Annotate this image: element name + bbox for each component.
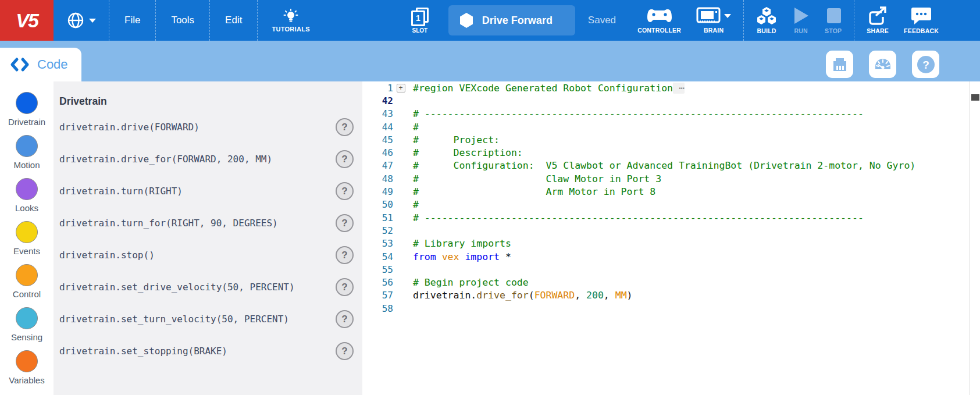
category-label: Control	[13, 289, 41, 299]
toolbar-button-label: SHARE	[867, 27, 889, 34]
code-line[interactable]: 44#	[362, 120, 980, 133]
line-number: 45	[362, 134, 393, 145]
command-help-button[interactable]: ?	[336, 150, 354, 168]
command-help-button[interactable]: ?	[336, 214, 354, 232]
tutorials-button[interactable]: TUTORIALS	[258, 0, 323, 41]
brain-button[interactable]: BRAIN	[689, 0, 739, 41]
project-name-button[interactable]: Drive Forward	[448, 5, 575, 35]
sidebar-item-motion[interactable]: Motion	[13, 135, 40, 170]
command-help-button[interactable]: ?	[336, 182, 354, 200]
command-snippet[interactable]: drivetrain.turn(RIGHT)	[59, 186, 336, 197]
command-help-button[interactable]: ?	[336, 246, 354, 264]
run-button: RUN	[785, 0, 817, 41]
svg-text:?: ?	[922, 58, 929, 70]
controller-button[interactable]: CONTROLLER	[630, 0, 689, 41]
command-snippet[interactable]: drivetrain.set_drive_velocity(50, PERCEN…	[59, 282, 336, 293]
share-button[interactable]: SHARE	[859, 0, 896, 41]
category-label: Sensing	[11, 332, 42, 342]
device-port-button[interactable]	[826, 51, 853, 78]
toolbar-button-label: RUN	[794, 27, 807, 34]
sidebar-item-variables[interactable]: Variables	[9, 350, 44, 385]
line-number: 57	[362, 290, 393, 301]
slot-icon: 1	[411, 8, 429, 26]
build-icon	[756, 6, 777, 25]
line-number: 58	[362, 303, 393, 314]
feedback-button[interactable]: FEEDBACK	[896, 0, 946, 41]
code-editor[interactable]: 1+#region VEXcode Generated Robot Config…	[362, 81, 980, 395]
menu-edit[interactable]: Edit	[210, 0, 257, 41]
category-color-dot	[16, 307, 38, 329]
category-label: Events	[13, 246, 40, 256]
slot-button[interactable]: 1 SLOT	[411, 8, 429, 34]
line-number: 44	[362, 122, 393, 133]
category-sidebar: DrivetrainMotionLooksEventsControlSensin…	[0, 81, 54, 395]
command-row: drivetrain.set_stopping(BRAKE)?	[54, 335, 362, 367]
command-snippet[interactable]: drivetrain.drive(FORWARD)	[59, 122, 336, 133]
sidebar-item-drivetrain[interactable]: Drivetrain	[8, 92, 45, 127]
command-snippet[interactable]: drivetrain.drive_for(FORWARD, 200, MM)	[59, 154, 336, 165]
help-button[interactable]: ?	[912, 51, 939, 78]
dashboard-gauge-button[interactable]	[869, 51, 896, 78]
code-text: from vex import *	[408, 251, 511, 262]
controller-icon	[647, 7, 672, 24]
sidebar-item-events[interactable]: Events	[13, 221, 40, 256]
code-line[interactable]: 56# Begin project code	[362, 276, 980, 289]
vexcode-v5-logo: V5	[0, 0, 54, 41]
code-line[interactable]: 1+#region VEXcode Generated Robot Config…	[362, 81, 980, 94]
sidebar-item-sensing[interactable]: Sensing	[11, 307, 42, 342]
code-line[interactable]: 48# Claw Motor in Port 3	[362, 172, 980, 185]
category-color-dot	[16, 221, 38, 243]
line-number: 47	[362, 160, 393, 171]
command-snippet[interactable]: drivetrain.stop()	[59, 250, 336, 261]
code-line[interactable]: 54from vex import *	[362, 250, 980, 263]
command-snippet[interactable]: drivetrain.set_turn_velocity(50, PERCENT…	[59, 314, 336, 325]
code-line[interactable]: 46# Description:	[362, 146, 980, 159]
code-line[interactable]: 50#	[362, 198, 980, 211]
chevron-down-icon	[724, 14, 731, 18]
stop-icon	[825, 6, 842, 25]
code-text: #	[408, 199, 419, 210]
command-help-button[interactable]: ?	[336, 278, 354, 296]
code-text: #	[408, 122, 419, 133]
code-text: # Description:	[408, 147, 523, 158]
code-line[interactable]: 53# Library imports	[362, 237, 980, 250]
command-help-button[interactable]: ?	[336, 310, 354, 328]
editor-tool-buttons: ?	[826, 51, 939, 78]
fold-gutter: +	[393, 84, 408, 92]
command-help-button[interactable]: ?	[336, 342, 354, 360]
line-number: 54	[362, 251, 393, 262]
menu-file[interactable]: File	[109, 0, 155, 41]
code-tab-bar: Code ?	[0, 41, 980, 81]
category-label: Looks	[15, 203, 38, 213]
tutorials-label: TUTORIALS	[272, 26, 309, 33]
toolbar-separator	[854, 0, 854, 41]
command-snippet[interactable]: drivetrain.turn_for(RIGHT, 90, DEGREES)	[59, 218, 336, 229]
command-row: drivetrain.turn(RIGHT)?	[54, 175, 362, 207]
code-line[interactable]: 51# ------------------------------------…	[362, 211, 980, 224]
menu-tools[interactable]: Tools	[156, 0, 209, 41]
language-globe-button[interactable]	[54, 11, 109, 30]
line-number: 42	[362, 95, 393, 106]
command-help-button[interactable]: ?	[336, 118, 354, 136]
scrollbar-thumb[interactable]	[971, 94, 979, 101]
code-line[interactable]: 49# Arm Motor in Port 8	[362, 185, 980, 198]
code-line[interactable]: 45# Project:	[362, 133, 980, 146]
code-line[interactable]: 43# ------------------------------------…	[362, 108, 980, 120]
code-line[interactable]: 52	[362, 224, 980, 237]
code-text: # Configuration: V5 Clawbot or Advanced …	[408, 160, 915, 171]
build-button[interactable]: BUILD	[749, 0, 785, 41]
code-line[interactable]: 42	[362, 94, 980, 107]
chevron-down-icon	[89, 19, 96, 23]
code-line[interactable]: 58	[362, 302, 980, 315]
category-label: Motion	[13, 160, 40, 170]
sidebar-item-control[interactable]: Control	[13, 264, 41, 299]
code-line[interactable]: 47# Configuration: V5 Clawbot or Advance…	[362, 159, 980, 172]
line-number: 48	[362, 173, 393, 184]
code-line[interactable]: 55	[362, 263, 980, 276]
line-number: 51	[362, 212, 393, 223]
fold-expand-icon[interactable]: +	[397, 84, 405, 92]
sidebar-item-looks[interactable]: Looks	[15, 178, 38, 213]
code-line[interactable]: 57drivetrain.drive_for(FORWARD, 200, MM)	[362, 289, 980, 302]
tab-code[interactable]: Code	[0, 48, 81, 81]
command-snippet[interactable]: drivetrain.set_stopping(BRAKE)	[59, 346, 336, 357]
